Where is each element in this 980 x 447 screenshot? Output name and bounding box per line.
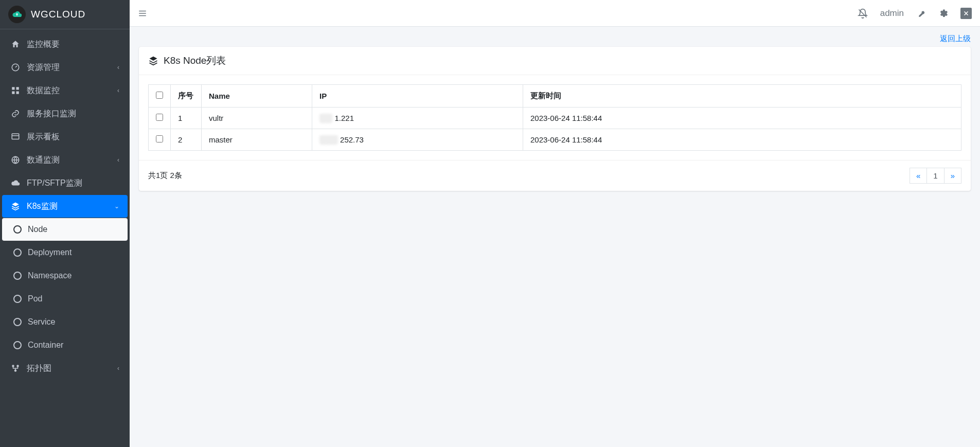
globe-icon <box>10 155 21 165</box>
circle-icon <box>13 318 22 326</box>
table-row: 1 vultr ██ 1.221 2023-06-24 11:58:44 <box>149 108 961 129</box>
cell-updated: 2023-06-24 11:58:44 <box>523 108 961 129</box>
ip-tail: 1.221 <box>334 114 354 122</box>
back-link-wrapper: 返回上级 <box>139 34 971 47</box>
pager-page[interactable]: 1 <box>926 168 944 184</box>
cell-seq: 2 <box>171 129 202 151</box>
sub-service[interactable]: Service <box>2 311 128 333</box>
nav-label: 展示看板 <box>27 132 119 142</box>
chevron-left-icon: ‹ <box>117 156 119 164</box>
pager-next[interactable]: » <box>944 168 961 184</box>
grid-icon <box>10 86 21 95</box>
home-icon <box>10 40 21 49</box>
row-checkbox[interactable] <box>156 114 163 121</box>
col-name: Name <box>202 85 312 108</box>
nav-network[interactable]: 数通监测 ‹ <box>2 149 128 171</box>
main: admin 返回上级 K8s Node列表 <box>130 0 980 447</box>
back-link[interactable]: 返回上级 <box>940 34 971 43</box>
cell-ip: ███ 252.73 <box>312 129 523 151</box>
nav: 监控概要 资源管理 ‹ 数据监控 ‹ 服务接口监测 展示看板 <box>0 29 130 380</box>
ip-masked: ██ <box>319 114 332 122</box>
cell-name: master <box>202 129 312 151</box>
card-footer: 共1页 2条 « 1 » <box>139 160 971 191</box>
svg-point-8 <box>17 365 19 367</box>
svg-rect-1 <box>12 87 14 90</box>
nav-label: 资源管理 <box>27 62 111 73</box>
table-header-row: 序号 Name IP 更新时间 <box>149 85 961 108</box>
gear-icon[interactable] <box>938 8 948 19</box>
chevron-left-icon: ‹ <box>117 365 119 372</box>
svg-rect-5 <box>12 134 19 139</box>
nav-k8s[interactable]: K8s监测 ⌄ <box>2 195 128 218</box>
sub-namespace[interactable]: Namespace <box>2 264 128 287</box>
sub-container[interactable]: Container <box>2 334 128 356</box>
topbar-right: admin <box>858 8 972 19</box>
close-button[interactable] <box>960 8 972 19</box>
cell-name: vultr <box>202 108 312 129</box>
cell-updated: 2023-06-24 11:58:44 <box>523 129 961 151</box>
circle-icon <box>13 225 22 234</box>
bell-off-icon[interactable] <box>858 8 868 19</box>
link-icon <box>10 109 21 118</box>
card-header: K8s Node列表 <box>139 47 971 75</box>
nav-dashboard[interactable]: 展示看板 <box>2 126 128 148</box>
nav-label: K8s监测 <box>27 201 108 212</box>
cell-seq: 1 <box>171 108 202 129</box>
svg-rect-3 <box>12 92 14 94</box>
nav-label: FTP/SFTP监测 <box>27 178 119 189</box>
svg-rect-2 <box>16 87 19 90</box>
brand[interactable]: WGCLOUD <box>0 0 130 29</box>
sub-node[interactable]: Node <box>2 218 128 241</box>
circle-icon <box>13 272 22 280</box>
cell-ip: ██ 1.221 <box>312 108 523 129</box>
nav-label: 拓扑图 <box>27 363 111 374</box>
svg-point-7 <box>12 365 14 367</box>
svg-point-9 <box>15 370 16 371</box>
board-icon <box>10 132 21 141</box>
nav-resource[interactable]: 资源管理 ‹ <box>2 56 128 79</box>
brand-logo-icon <box>8 6 26 23</box>
sub-label: Service <box>28 317 55 327</box>
nav-service-api[interactable]: 服务接口监测 <box>2 102 128 125</box>
nav-label: 监控概要 <box>27 39 119 50</box>
circle-icon <box>13 248 22 257</box>
dashboard-icon <box>10 63 21 72</box>
key-icon[interactable] <box>916 9 925 18</box>
table-row: 2 master ███ 252.73 2023-06-24 11:58:44 <box>149 129 961 151</box>
nav-topology[interactable]: 拓扑图 ‹ <box>2 357 128 380</box>
nav-data-monitor[interactable]: 数据监控 ‹ <box>2 79 128 102</box>
row-checkbox[interactable] <box>156 135 163 142</box>
sub-label: Namespace <box>28 271 72 280</box>
sub-pod[interactable]: Pod <box>2 288 128 310</box>
col-updated: 更新时间 <box>523 85 961 108</box>
topology-icon <box>10 364 21 373</box>
pager-prev[interactable]: « <box>910 168 927 184</box>
col-seq: 序号 <box>171 85 202 108</box>
sub-label: Container <box>28 341 63 350</box>
chevron-down-icon: ⌄ <box>114 203 119 210</box>
sidebar: WGCLOUD 监控概要 资源管理 ‹ 数据监控 ‹ 服务接口监测 <box>0 0 130 447</box>
nav-label: 数据监控 <box>27 85 111 96</box>
chevron-left-icon: ‹ <box>117 87 119 94</box>
col-ip: IP <box>312 85 523 108</box>
ip-masked: ███ <box>319 135 338 144</box>
sub-deployment[interactable]: Deployment <box>2 241 128 264</box>
select-all-checkbox[interactable] <box>156 92 163 99</box>
sub-label: Deployment <box>28 248 72 257</box>
circle-icon <box>13 341 22 349</box>
card: K8s Node列表 序号 Name IP 更新时间 <box>139 47 971 191</box>
layers-icon <box>10 202 21 211</box>
footer-summary: 共1页 2条 <box>148 171 182 181</box>
sub-label: Node <box>28 225 47 234</box>
menu-toggle-button[interactable] <box>138 9 147 18</box>
brand-text: WGCLOUD <box>31 9 85 20</box>
username[interactable]: admin <box>880 8 904 19</box>
layers-icon <box>148 56 158 66</box>
svg-rect-4 <box>16 92 19 94</box>
sub-label: Pod <box>28 294 42 303</box>
pager: « 1 » <box>910 168 961 184</box>
nav-ftp[interactable]: FTP/SFTP监测 <box>2 172 128 194</box>
topbar: admin <box>130 0 980 27</box>
nav-overview[interactable]: 监控概要 <box>2 33 128 56</box>
nav-label: 服务接口监测 <box>27 109 119 119</box>
